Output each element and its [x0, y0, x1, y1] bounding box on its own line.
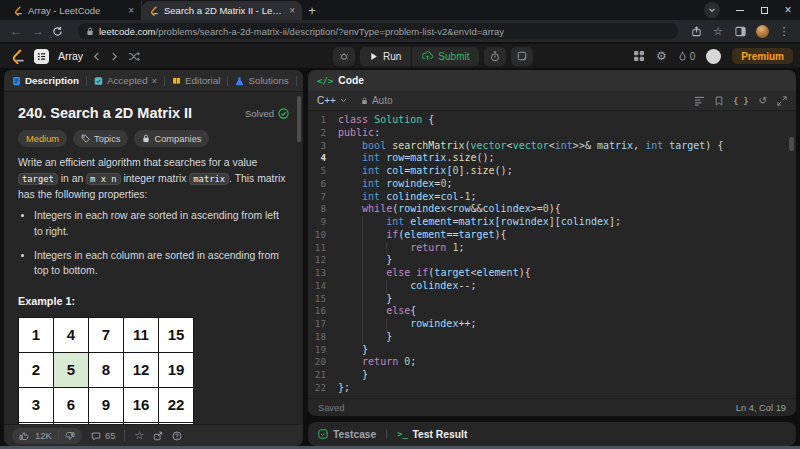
property-list: Integers in each row are sorted in ascen… [18, 208, 280, 278]
companies-badge[interactable]: Companies [134, 130, 209, 147]
code-token: rowindex [398, 203, 446, 214]
profile-avatar[interactable] [754, 25, 770, 38]
code-line[interactable]: 4int row=matrix.size(); [308, 152, 796, 165]
code-line[interactable]: 22}; [308, 382, 796, 395]
submit-button[interactable]: Submit [412, 47, 479, 66]
code-line[interactable]: 8while(rowindex<row&&colindex>=0){ [308, 203, 796, 216]
code-token: vector [513, 140, 549, 151]
tab-description[interactable]: Description [12, 75, 79, 86]
bookmark-icon[interactable] [715, 96, 723, 106]
timer-icon[interactable] [484, 47, 506, 66]
share-icon[interactable] [153, 431, 163, 441]
run-button[interactable]: Run [360, 47, 411, 66]
shuffle-icon[interactable] [128, 51, 140, 62]
auto-save-indicator[interactable]: Auto [361, 95, 393, 106]
indent-guide [362, 331, 386, 344]
topics-badge[interactable]: Topics [73, 130, 128, 147]
language-select[interactable]: C++ [317, 95, 347, 106]
matrix-row: 3691622 [19, 388, 193, 422]
code-line[interactable]: 12} [308, 254, 796, 267]
settings-gear-icon[interactable]: ⚙ [656, 50, 667, 62]
format-code-icon[interactable] [694, 96, 705, 106]
browser-tab[interactable]: Array - LeetCode × [6, 1, 142, 20]
next-question-icon[interactable] [110, 52, 119, 61]
tab-close-icon[interactable]: × [289, 6, 295, 16]
side-panel-icon[interactable] [732, 26, 748, 37]
code-line[interactable]: 2public: [308, 127, 796, 140]
address-bar[interactable]: leetcode.com/problems/search-a-2d-matrix… [78, 23, 678, 39]
like-count[interactable]: 12K [35, 430, 52, 441]
forward-icon[interactable]: → [30, 25, 46, 37]
code-line[interactable]: 14colindex--; [308, 280, 796, 293]
matrix-row: 1471115 [19, 318, 193, 352]
cursor-position[interactable]: Ln 4, Col 19 [736, 403, 786, 413]
prev-question-icon[interactable] [92, 52, 101, 61]
description-scrollbar[interactable] [297, 96, 301, 142]
help-icon[interactable] [172, 431, 182, 441]
code-line[interactable]: 9int element=matrix[rowindex][colindex]; [308, 216, 796, 229]
close-window-button[interactable]: × [776, 0, 800, 20]
code-line[interactable]: 7int colindex=col-1; [308, 191, 796, 204]
code-token: colindex [386, 191, 434, 202]
debug-icon[interactable] [333, 47, 355, 66]
line-number: 21 [308, 369, 338, 382]
bookmark-star-icon[interactable]: ☆ [710, 25, 726, 38]
code-editor[interactable]: 1class Solution {2public:3bool searchMat… [308, 111, 796, 398]
code-line[interactable]: 5int col=matrix[0].size(); [308, 165, 796, 178]
back-icon[interactable]: ← [8, 25, 24, 37]
new-tab-button[interactable]: + [302, 1, 322, 20]
code-token: Solution [374, 114, 422, 125]
tab-testcase[interactable]: Testcase [318, 429, 376, 440]
description-icon [12, 76, 21, 86]
problem-list-icon[interactable] [34, 49, 49, 64]
code-line[interactable]: 15} [308, 293, 796, 306]
minimize-button[interactable] [728, 0, 752, 20]
code-line[interactable]: 1class Solution { [308, 114, 796, 127]
code-line[interactable]: 11return 1; [308, 242, 796, 255]
favorite-star-icon[interactable]: ☆ [134, 429, 144, 442]
comments-button[interactable]: 65 [91, 430, 116, 441]
tab-close-icon[interactable]: × [128, 6, 134, 16]
code-line[interactable]: 16else{ [308, 305, 796, 318]
notes-icon[interactable] [511, 47, 533, 66]
maximize-button[interactable] [752, 0, 776, 20]
problem-list-label[interactable]: Array [58, 50, 83, 62]
tag-icon [81, 134, 90, 143]
difficulty-badge[interactable]: Medium [18, 130, 67, 147]
code-line[interactable]: 18} [308, 331, 796, 344]
premium-button[interactable]: Premium [732, 48, 793, 64]
share-icon[interactable] [688, 26, 704, 37]
browser-menu-icon[interactable]: ⋮ [776, 25, 792, 38]
indent-guide [386, 242, 410, 255]
leetcode-logo-icon[interactable] [10, 49, 25, 64]
code-line[interactable]: 6int rowindex=0; [308, 178, 796, 191]
brackets-icon[interactable]: { } [733, 96, 748, 106]
tab-editorial[interactable]: Editorial [172, 75, 220, 86]
matrix-cell: 2 [19, 353, 53, 387]
code-line[interactable]: 17rowindex++; [308, 318, 796, 331]
code-line[interactable]: 13else if(target<element){ [308, 267, 796, 280]
description-panel: Description Accepted × Editorial Solutio… [4, 70, 303, 446]
code-line[interactable]: 10if(element==target){ [308, 229, 796, 242]
code-line[interactable]: 20return 0; [308, 356, 796, 369]
fullscreen-icon[interactable] [777, 96, 787, 106]
browser-tab-active[interactable]: Search a 2D Matrix II - LeetCode × [142, 1, 302, 20]
reload-icon[interactable] [52, 26, 68, 37]
tab-solutions[interactable]: Solutions [235, 75, 288, 86]
reset-code-icon[interactable]: ↺ [759, 95, 767, 106]
matrix-cell: 4 [54, 318, 88, 352]
code-line[interactable]: 21} [308, 369, 796, 382]
line-number: 8 [308, 203, 338, 216]
code-line[interactable]: 3bool searchMatrix(vector<vector<int>>& … [308, 140, 796, 153]
tab-accepted[interactable]: Accepted × [94, 75, 157, 86]
editor-scrollbar[interactable] [789, 137, 794, 151]
user-avatar[interactable] [706, 49, 721, 64]
code-panel-title[interactable]: Code [338, 75, 364, 86]
streak-counter[interactable]: 0 [678, 51, 696, 62]
indent-guide [338, 140, 362, 153]
close-accepted-tab-icon[interactable]: × [152, 76, 157, 86]
tab-search-button[interactable] [704, 2, 720, 18]
code-line[interactable]: 19} [308, 344, 796, 357]
tab-test-result[interactable]: >_ Test Result [397, 429, 467, 440]
layout-icon[interactable] [633, 50, 645, 62]
